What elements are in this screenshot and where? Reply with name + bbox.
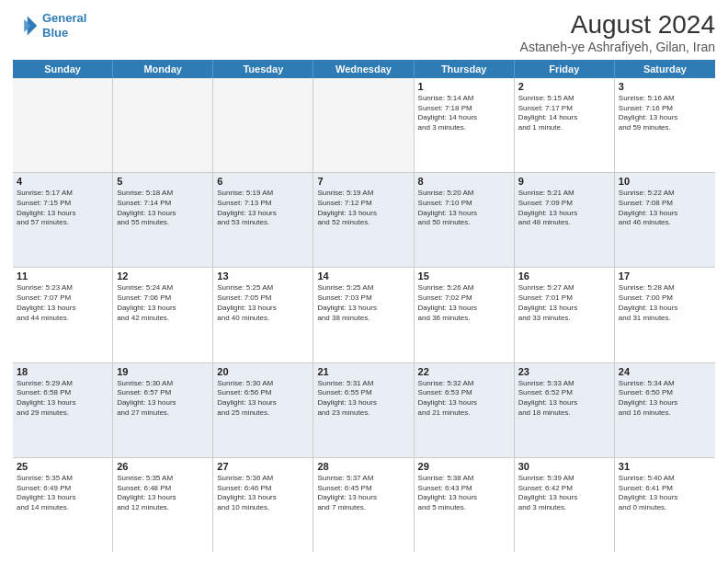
header-friday: Friday: [515, 60, 615, 78]
cell-text: and 42 minutes.: [117, 314, 209, 324]
cell-text: Sunset: 7:06 PM: [117, 293, 209, 304]
cell-text: Sunset: 7:07 PM: [17, 293, 108, 304]
day-number: 26: [117, 461, 209, 472]
logo-icon: [13, 13, 39, 39]
calendar-title: August 2024: [520, 11, 715, 40]
day-number: 12: [117, 270, 209, 282]
table-row: 9Sunrise: 5:21 AMSunset: 7:09 PMDaylight…: [515, 173, 615, 267]
cell-text: Sunrise: 5:29 AM: [17, 379, 108, 389]
header-wednesday: Wednesday: [313, 60, 414, 78]
cell-text: Sunset: 7:10 PM: [418, 199, 510, 209]
cell-text: Sunrise: 5:31 AM: [317, 379, 409, 389]
table-row: 15Sunrise: 5:26 AMSunset: 7:02 PMDayligh…: [415, 268, 515, 362]
cell-text: Sunrise: 5:18 AM: [117, 189, 209, 199]
cell-text: and 50 minutes.: [418, 218, 510, 228]
page: General Blue August 2024 Astaneh-ye Ashr…: [0, 0, 728, 563]
logo-line2: Blue: [42, 26, 68, 40]
table-row: 21Sunrise: 5:31 AMSunset: 6:55 PMDayligh…: [313, 363, 414, 457]
cell-text: Daylight: 13 hours: [418, 398, 510, 408]
cell-text: Sunrise: 5:25 AM: [217, 283, 309, 293]
cell-text: Sunrise: 5:17 AM: [17, 189, 108, 199]
cell-text: and 18 minutes.: [518, 408, 610, 419]
cell-text: Daylight: 13 hours: [619, 493, 711, 503]
cell-text: Sunset: 7:05 PM: [217, 293, 309, 304]
header-monday: Monday: [113, 60, 213, 78]
table-row: 7Sunrise: 5:19 AMSunset: 7:12 PMDaylight…: [313, 173, 414, 267]
cell-text: Sunset: 6:41 PM: [619, 484, 711, 494]
cell-text: Sunset: 7:12 PM: [317, 199, 409, 209]
cell-text: Daylight: 13 hours: [17, 209, 108, 219]
day-number: 16: [518, 270, 610, 282]
cell-text: Daylight: 13 hours: [17, 493, 108, 503]
table-row: 12Sunrise: 5:24 AMSunset: 7:06 PMDayligh…: [113, 268, 213, 362]
table-row: 30Sunrise: 5:39 AMSunset: 6:42 PMDayligh…: [515, 458, 615, 552]
cell-text: Sunset: 6:50 PM: [619, 388, 711, 398]
table-row: 19Sunrise: 5:30 AMSunset: 6:57 PMDayligh…: [113, 363, 213, 457]
cell-text: Daylight: 13 hours: [619, 398, 711, 408]
cell-text: Sunset: 7:17 PM: [518, 104, 610, 114]
cell-text: Sunrise: 5:25 AM: [317, 283, 409, 293]
logo-text: General Blue: [42, 11, 86, 40]
cell-text: Sunrise: 5:36 AM: [217, 474, 309, 484]
cell-text: Daylight: 13 hours: [418, 493, 510, 503]
cell-text: Sunrise: 5:40 AM: [619, 474, 711, 484]
cell-text: Sunset: 7:14 PM: [117, 199, 209, 209]
table-row: 16Sunrise: 5:27 AMSunset: 7:01 PMDayligh…: [515, 268, 615, 362]
cell-text: Sunset: 6:49 PM: [17, 484, 108, 494]
header-saturday: Saturday: [615, 60, 715, 78]
cell-text: and 59 minutes.: [619, 123, 711, 133]
cell-text: Sunrise: 5:24 AM: [117, 283, 209, 293]
calendar-week-5: 25Sunrise: 5:35 AMSunset: 6:49 PMDayligh…: [13, 458, 715, 552]
cell-text: Daylight: 13 hours: [217, 304, 309, 314]
day-number: 28: [317, 461, 409, 472]
cell-text: Sunset: 7:03 PM: [317, 293, 409, 304]
cell-text: Sunrise: 5:38 AM: [418, 474, 510, 484]
cell-text: Sunset: 7:09 PM: [518, 199, 610, 209]
cell-text: Daylight: 13 hours: [317, 493, 409, 503]
table-row: 31Sunrise: 5:40 AMSunset: 6:41 PMDayligh…: [615, 458, 715, 552]
cell-text: Sunrise: 5:35 AM: [17, 474, 108, 484]
cell-text: Sunrise: 5:22 AM: [619, 189, 711, 199]
cell-text: and 53 minutes.: [217, 218, 309, 228]
table-row: [113, 78, 213, 172]
cell-text: and 21 minutes.: [418, 408, 510, 419]
cell-text: Sunrise: 5:35 AM: [117, 474, 209, 484]
day-number: 8: [418, 176, 510, 187]
day-number: 31: [619, 461, 711, 472]
cell-text: Sunset: 6:58 PM: [17, 388, 108, 398]
cell-text: and 10 minutes.: [217, 503, 309, 513]
cell-text: and 23 minutes.: [317, 408, 409, 419]
cell-text: and 14 minutes.: [17, 503, 108, 513]
day-number: 10: [619, 176, 711, 187]
day-number: 9: [518, 176, 610, 187]
day-number: 3: [619, 81, 711, 92]
day-number: 18: [17, 366, 108, 377]
day-number: 21: [317, 366, 409, 377]
cell-text: Sunset: 7:08 PM: [619, 199, 711, 209]
cell-text: and 1 minute.: [518, 123, 610, 133]
table-row: 1Sunrise: 5:14 AMSunset: 7:18 PMDaylight…: [415, 78, 515, 172]
day-number: 29: [418, 461, 510, 472]
cell-text: Sunrise: 5:23 AM: [17, 283, 108, 293]
cell-text: Daylight: 13 hours: [619, 113, 711, 123]
calendar-week-3: 11Sunrise: 5:23 AMSunset: 7:07 PMDayligh…: [13, 268, 715, 362]
cell-text: and 36 minutes.: [418, 314, 510, 324]
cell-text: Sunrise: 5:28 AM: [619, 283, 711, 293]
logo: General Blue: [13, 11, 86, 40]
cell-text: and 52 minutes.: [317, 218, 409, 228]
cell-text: and 3 minutes.: [418, 123, 510, 133]
logo-line1: General: [42, 11, 86, 25]
cell-text: Sunrise: 5:34 AM: [619, 379, 711, 389]
cell-text: Daylight: 14 hours: [418, 113, 510, 123]
cell-text: Sunrise: 5:30 AM: [117, 379, 209, 389]
cell-text: Sunset: 6:52 PM: [518, 388, 610, 398]
header-thursday: Thursday: [415, 60, 515, 78]
cell-text: Sunset: 6:55 PM: [317, 388, 409, 398]
header: General Blue August 2024 Astaneh-ye Ashr…: [13, 11, 715, 54]
header-tuesday: Tuesday: [213, 60, 313, 78]
table-row: 14Sunrise: 5:25 AMSunset: 7:03 PMDayligh…: [313, 268, 414, 362]
day-number: 5: [117, 176, 209, 187]
cell-text: Sunrise: 5:27 AM: [518, 283, 610, 293]
table-row: 20Sunrise: 5:30 AMSunset: 6:56 PMDayligh…: [213, 363, 313, 457]
cell-text: Sunrise: 5:20 AM: [418, 189, 510, 199]
